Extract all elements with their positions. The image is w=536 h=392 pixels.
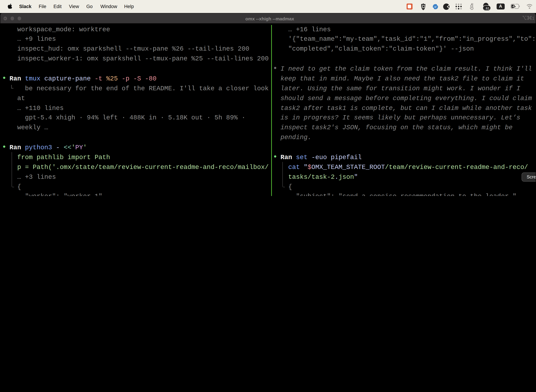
svg-text:1: 1 [532, 16, 534, 21]
svg-text:..61: ..61 [484, 6, 490, 10]
